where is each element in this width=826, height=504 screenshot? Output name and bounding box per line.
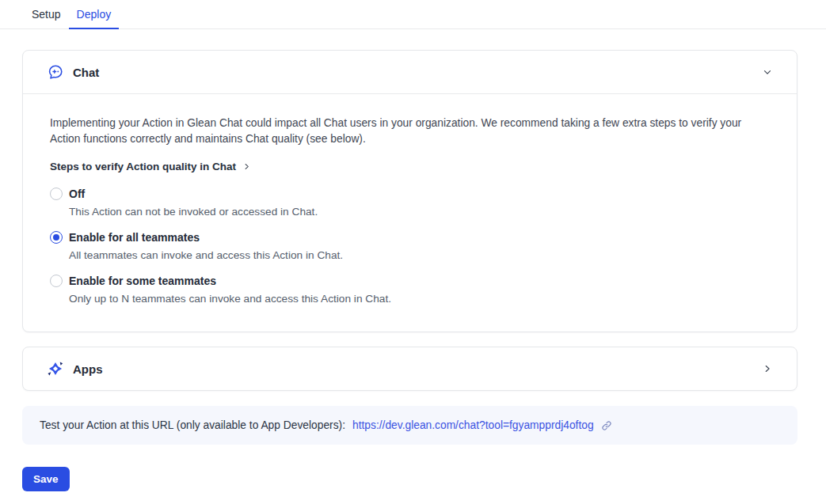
apps-card-title: Apps bbox=[73, 362, 762, 376]
tab-setup[interactable]: Setup bbox=[24, 0, 69, 29]
test-url-link[interactable]: https://dev.glean.com/chat?tool=fgyamppr… bbox=[352, 419, 594, 431]
test-url-notice: Test your Action at this URL (only avail… bbox=[22, 406, 797, 445]
option-enable-all-label: Enable for all teammates bbox=[69, 231, 200, 244]
option-enable-all-description: All teammates can invoke and access this… bbox=[69, 249, 770, 262]
test-url-label: Test your Action at this URL (only avail… bbox=[40, 419, 345, 431]
save-button[interactable]: Save bbox=[22, 467, 70, 491]
option-enable-some-label: Enable for some teammates bbox=[69, 275, 216, 287]
chevron-down-icon[interactable] bbox=[762, 66, 773, 78]
chat-bubble-sparkle-icon bbox=[47, 63, 64, 81]
chevron-right-icon bbox=[242, 162, 251, 171]
chevron-right-icon[interactable] bbox=[762, 363, 773, 374]
chat-card-title: Chat bbox=[73, 66, 762, 79]
radio-enable-all[interactable] bbox=[50, 231, 63, 244]
chat-description: Implementing your Action in Glean Chat c… bbox=[50, 116, 767, 147]
radio-off[interactable] bbox=[50, 188, 63, 200]
steps-link-label: Steps to verify Action quality in Chat bbox=[50, 161, 236, 172]
tab-deploy[interactable]: Deploy bbox=[69, 0, 120, 29]
chat-card: Chat Implementing your Action in Glean C… bbox=[22, 50, 797, 332]
option-enable-some: Enable for some teammates Only up to N t… bbox=[50, 275, 770, 305]
option-off: Off This Action can not be invoked or ac… bbox=[50, 188, 770, 218]
radio-enable-some[interactable] bbox=[50, 275, 63, 287]
option-off-control[interactable]: Off bbox=[50, 188, 770, 200]
chain-link-icon[interactable] bbox=[601, 420, 612, 431]
apps-card-header[interactable]: Apps bbox=[23, 347, 797, 390]
steps-to-verify-link[interactable]: Steps to verify Action quality in Chat bbox=[50, 161, 770, 172]
option-off-description: This Action can not be invoked or access… bbox=[69, 206, 770, 218]
option-enable-some-description: Only up to N teammates can invoke and ac… bbox=[69, 293, 770, 305]
chat-card-header[interactable]: Chat bbox=[23, 51, 797, 93]
sparkle-diamond-icon bbox=[47, 360, 64, 377]
tab-bar: Setup Deploy bbox=[0, 0, 826, 29]
chat-card-body: Implementing your Action in Glean Chat c… bbox=[23, 93, 797, 332]
deploy-page: Setup Deploy Chat Implementing y bbox=[0, 0, 826, 504]
option-enable-all-control[interactable]: Enable for all teammates bbox=[50, 231, 770, 244]
apps-card: Apps bbox=[22, 347, 797, 391]
option-off-label: Off bbox=[69, 188, 85, 200]
option-enable-some-control[interactable]: Enable for some teammates bbox=[50, 275, 770, 287]
option-enable-all: Enable for all teammates All teammates c… bbox=[50, 231, 770, 262]
main-content: Chat Implementing your Action in Glean C… bbox=[0, 29, 826, 491]
chat-access-options: Off This Action can not be invoked or ac… bbox=[50, 188, 770, 305]
